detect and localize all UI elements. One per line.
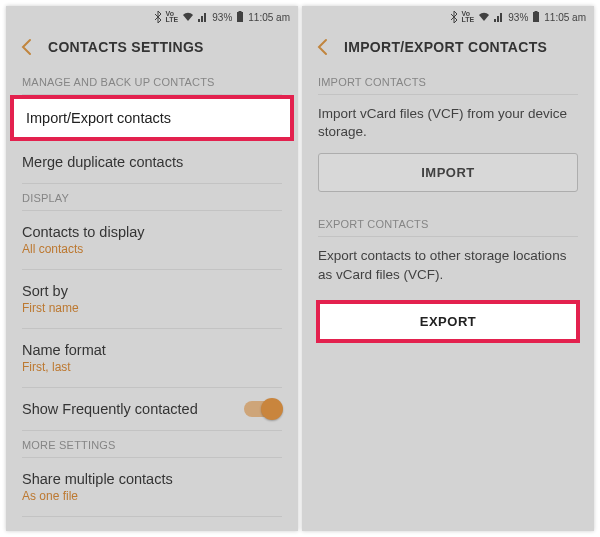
row-ctd-sub: All contacts: [22, 242, 282, 256]
row-nf-sub: First, last: [22, 360, 282, 374]
row-show-frequently[interactable]: Show Frequently contacted: [6, 388, 298, 430]
status-bar: VoLTE 93% 11:05 am: [302, 6, 594, 28]
clock-text: 11:05 am: [248, 12, 290, 23]
back-icon[interactable]: [20, 38, 34, 56]
section-display-header: DISPLAY: [6, 184, 298, 210]
section-more-header: MORE SETTINGS: [6, 431, 298, 457]
row-name-format[interactable]: Name format First, last: [6, 329, 298, 387]
import-description: Import vCard files (VCF) from your devic…: [302, 95, 594, 153]
bluetooth-icon: [154, 11, 162, 23]
volte-icon: VoLTE: [462, 11, 475, 23]
import-button[interactable]: IMPORT: [318, 153, 578, 192]
signal-icon: [494, 12, 504, 22]
row-share-title: Share multiple contacts: [22, 471, 282, 487]
right-panel: VoLTE 93% 11:05 am IMPORT/EXPORT CONTACT…: [302, 6, 594, 531]
row-contacts-to-display[interactable]: Contacts to display All contacts: [6, 211, 298, 269]
section-manage-header: MANAGE AND BACK UP CONTACTS: [6, 68, 298, 94]
svg-rect-2: [533, 12, 539, 22]
svg-rect-1: [239, 11, 242, 12]
divider: [22, 516, 282, 517]
status-bar: VoLTE 93% 11:05 am: [6, 6, 298, 28]
export-button-highlight[interactable]: EXPORT: [316, 300, 580, 343]
app-bar: CONTACTS SETTINGS: [6, 28, 298, 68]
app-bar: IMPORT/EXPORT CONTACTS: [302, 28, 594, 68]
signal-icon: [198, 12, 208, 22]
row-import-export-label: Import/Export contacts: [26, 110, 278, 126]
battery-icon: [532, 11, 540, 23]
volte-icon: VoLTE: [166, 11, 179, 23]
row-ctd-title: Contacts to display: [22, 224, 282, 240]
page-title: CONTACTS SETTINGS: [48, 39, 204, 55]
row-share-multiple[interactable]: Share multiple contacts As one file: [6, 458, 298, 516]
spacer: [302, 200, 594, 210]
left-panel: VoLTE 93% 11:05 am CONTACTS SETTINGS MAN…: [6, 6, 298, 531]
wifi-icon: [478, 12, 490, 22]
bluetooth-icon: [450, 11, 458, 23]
row-sort-by[interactable]: Sort by First name: [6, 270, 298, 328]
row-freq-title: Show Frequently contacted: [22, 401, 198, 417]
export-description: Export contacts to other storage locatio…: [302, 237, 594, 295]
row-import-export-highlight[interactable]: Import/Export contacts: [10, 95, 294, 141]
battery-pct: 93%: [508, 12, 528, 23]
battery-icon: [236, 11, 244, 23]
row-merge-duplicates[interactable]: Merge duplicate contacts: [6, 141, 298, 183]
row-sort-sub: First name: [22, 301, 282, 315]
section-import-header: IMPORT CONTACTS: [302, 68, 594, 94]
battery-pct: 93%: [212, 12, 232, 23]
row-sort-title: Sort by: [22, 283, 282, 299]
row-share-sub: As one file: [22, 489, 282, 503]
wifi-icon: [182, 12, 194, 22]
page-title: IMPORT/EXPORT CONTACTS: [344, 39, 547, 55]
row-merge-label: Merge duplicate contacts: [22, 154, 282, 170]
back-icon[interactable]: [316, 38, 330, 56]
svg-rect-3: [535, 11, 538, 12]
row-nf-title: Name format: [22, 342, 282, 358]
svg-rect-0: [237, 12, 243, 22]
clock-text: 11:05 am: [544, 12, 586, 23]
section-export-header: EXPORT CONTACTS: [302, 210, 594, 236]
toggle-on-icon[interactable]: [244, 401, 282, 417]
